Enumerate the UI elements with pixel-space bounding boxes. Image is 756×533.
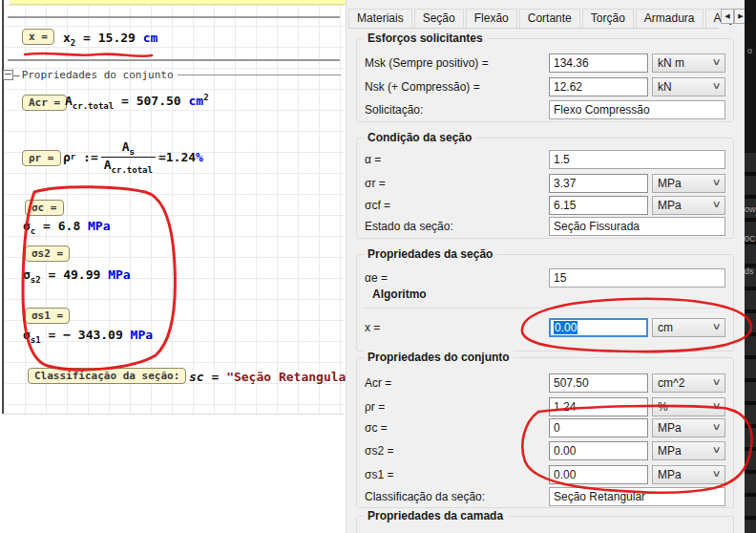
chevron-down-icon: ∨ [711, 56, 721, 67]
group-propriedades-da-secao: Propriedades da seção αe = 15 Algoritmo … [356, 254, 734, 352]
chevron-down-icon: ∨ [711, 444, 721, 455]
msk-input[interactable]: 134.36 [549, 53, 648, 73]
arrow-left-icon: ◀ [724, 12, 729, 19]
rho-r-row: ρr = 1.24 % ∨ [357, 397, 733, 416]
nsk-input[interactable]: 12.62 [549, 77, 648, 96]
unit-percent: % [196, 150, 203, 164]
collapse-icon[interactable] [3, 70, 13, 80]
yellow-highlight-strip [10, 0, 346, 5]
fissuracao-dialog: Materiais Seção Flexão Cortante Torção A… [346, 0, 746, 533]
section-header-label: Propriedades do conjunto [22, 69, 174, 81]
sigma-cf-label: σcf = [365, 199, 390, 212]
tab-torcao[interactable]: Torção [582, 9, 634, 28]
msk-label: Msk (Sempre positivo) = [365, 56, 489, 70]
sigma-r-label: σr = [365, 177, 386, 190]
rho-r-label: ρr = [365, 400, 385, 414]
acr-display: 507.50 [549, 373, 648, 393]
sigma-s1-unit-select[interactable]: MPa ∨ [652, 465, 725, 484]
sigma-s2-label: σs2 = [365, 444, 393, 458]
group-title: Condição da seção [364, 131, 475, 144]
sigma-s2-row: σs2 = 0.00 MPa ∨ [357, 441, 733, 460]
background-text-fragment: o [747, 46, 752, 55]
math-expr-sigma-s1: σs1 = − 343.09 MPa [23, 328, 153, 345]
math-expr-classification: sc = "Seção Retangular" [189, 370, 361, 384]
group-title: Propriedades da seção [364, 247, 496, 261]
group-propriedades-da-camada: Propriedades da camada [356, 516, 734, 533]
nsk-unit-select[interactable]: kN ∨ [652, 77, 725, 96]
math-expr-acr: Acr.total = 507.50 cm2 [65, 93, 209, 111]
tab-strip: Materiais Seção Flexão Cortante Torção A… [348, 0, 719, 29]
sigma-cf-row: σcf = 6.15 MPa ∨ [357, 196, 733, 215]
tab-armadura[interactable]: Armadura [636, 9, 704, 28]
math-expr-sigma-s2: σs2 = 49.99 MPa [23, 267, 131, 285]
sigma-c-label: σc = [365, 421, 388, 435]
region-tag-acr: Acr = [22, 95, 67, 111]
sigma-s1-row: σs1 = 0.00 MPa ∨ [357, 465, 733, 484]
msk-row: Msk (Sempre positivo) = 134.36 kN m ∨ [357, 53, 733, 73]
estado-label: Estado da seção: [365, 220, 453, 233]
algoritmo-divider [365, 308, 728, 309]
region-tag-sigma-s1: σs1 = [25, 308, 70, 324]
x-row: x = 0.00 cm ∨ [357, 318, 733, 337]
alpha-e-input[interactable]: 15 [549, 268, 725, 288]
x-unit-select[interactable]: cm ∨ [652, 318, 725, 337]
region-separator [8, 16, 340, 18]
classificacao-label: Classificação da seção: [365, 490, 485, 503]
estado-row: Estado da seção: Seção Fissurada [357, 217, 733, 236]
chevron-down-icon: ∨ [711, 421, 721, 432]
sigma-c-row: σc = 0 MPa ∨ [357, 418, 733, 437]
group-propriedades-do-conjunto: Propriedades do conjunto Acr = 507.50 cm… [356, 357, 734, 508]
acr-unit-select[interactable]: cm^2 ∨ [652, 373, 725, 393]
classificacao-row: Classificação da seção: Seção Retangular [357, 487, 733, 506]
sigma-c-display: 0 [549, 418, 648, 437]
group-title: Propriedades da camada [364, 509, 507, 522]
solicitacao-label: Solicitação: [365, 103, 423, 117]
sigma-cf-unit-select[interactable]: MPa ∨ [652, 196, 725, 215]
worksheet-left-border [2, 0, 4, 414]
arrow-right-icon: ▶ [738, 12, 743, 19]
acr-label: Acr = [365, 376, 391, 390]
nsk-row: Nsk (+ Compressão) = 12.62 kN ∨ [357, 77, 733, 96]
sigma-s2-unit-select[interactable]: MPa ∨ [652, 441, 725, 460]
unit-mpa: MPa [88, 219, 110, 233]
sigma-r-unit-select[interactable]: MPa ∨ [652, 174, 725, 193]
sigma-c-unit-select[interactable]: MPa ∨ [652, 418, 725, 437]
background-text-fragment: ds [745, 266, 754, 276]
sigma-s2-display: 0.00 [549, 441, 648, 460]
tab-secao[interactable]: Seção [414, 9, 464, 28]
acr-row: Acr = 507.50 cm^2 ∨ [357, 373, 733, 393]
sigma-r-row: σr = 3.37 MPa ∨ [357, 174, 733, 193]
nsk-label: Nsk (+ Compressão) = [365, 80, 480, 94]
chevron-down-icon: ∨ [711, 80, 721, 91]
alpha-e-label: αe = [365, 271, 388, 285]
math-expr-rho: ρr := As Acr.total = 1.24 % [63, 135, 203, 179]
alpha-display: 1.5 [549, 150, 725, 169]
sigma-cf-display: 6.15 [549, 196, 648, 215]
region-tag-x: x = [22, 29, 54, 45]
tab-materiais[interactable]: Materiais [348, 9, 412, 28]
x-input[interactable]: 0.00 [549, 318, 648, 337]
screenshot-root: x = x2 = 15.29 cm — Propriedades do conj… [0, 0, 756, 533]
sigma-s1-display: 0.00 [549, 465, 648, 484]
tab-scroll-left-button[interactable]: ◀ [721, 9, 734, 24]
solicitacao-row: Solicitação: Flexo Compressão [357, 100, 733, 119]
unit-cm2: cm [188, 94, 203, 108]
msk-unit-select[interactable]: kN m ∨ [652, 53, 725, 73]
background-text-fragment: ow [745, 204, 756, 214]
chevron-down-icon: ∨ [711, 199, 721, 209]
sigma-r-display: 3.37 [549, 174, 648, 193]
chevron-down-icon: ∨ [711, 376, 721, 387]
chevron-down-icon: ∨ [711, 400, 721, 411]
group-title: Propriedades do conjunto [364, 351, 514, 364]
region-tag-rho: ρr = [22, 150, 61, 166]
region-tag-sigma-s2: σs2 = [25, 245, 70, 262]
alpha-row: α = 1.5 [357, 150, 733, 169]
x-label: x = [365, 321, 380, 334]
rho-r-unit-select[interactable]: % ∨ [652, 397, 725, 416]
solicitacao-display: Flexo Compressão [549, 100, 725, 119]
algoritmo-subheader: Algoritmo [372, 288, 427, 301]
selected-text: 0.00 [554, 321, 578, 334]
tab-flexao[interactable]: Flexão [466, 9, 517, 28]
group-title: Esforços solicitantes [364, 32, 487, 45]
tab-cortante[interactable]: Cortante [519, 9, 580, 28]
